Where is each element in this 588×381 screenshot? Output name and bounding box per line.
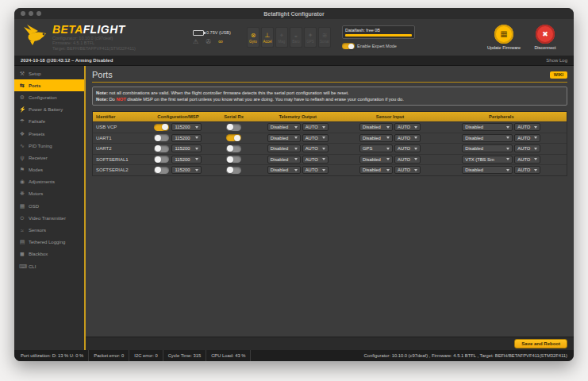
chevron-down-icon	[294, 169, 298, 171]
sensor-input-select[interactable]: Disabled	[359, 134, 393, 142]
msp-baud-select[interactable]: 115200	[171, 134, 202, 142]
serial-rx-toggle[interactable]	[226, 167, 241, 174]
serial-rx-toggle[interactable]	[226, 145, 241, 152]
sidebar-item-video-transmitter[interactable]: ⊙Video Transmitter	[14, 212, 84, 224]
peripherals-select[interactable]: Disabled	[462, 166, 513, 174]
sensor-baro: ◒ Baro	[290, 27, 302, 48]
expert-mode-label: Enable Expert Mode	[357, 44, 397, 48]
serial-rx-toggle[interactable]	[226, 124, 241, 131]
telemetry-baud-select[interactable]: AUTO	[302, 156, 329, 164]
chevron-down-icon	[414, 169, 417, 171]
msp-toggle[interactable]	[154, 156, 169, 163]
telemetry-select[interactable]: Disabled	[267, 123, 301, 131]
peripherals-baud-select[interactable]: AUTO	[514, 134, 540, 142]
sensor-input-select[interactable]: Disabled	[359, 166, 393, 174]
telemetry-select[interactable]: Disabled	[267, 134, 301, 142]
chevron-down-icon	[414, 158, 417, 160]
peripherals-baud-select[interactable]: AUTO	[514, 166, 540, 174]
peripherals-select[interactable]: Disabled	[462, 144, 513, 152]
sensor-baud-select[interactable]: AUTO	[394, 134, 421, 142]
telemetry-select[interactable]: Disabled	[267, 144, 301, 152]
sidebar-item-sensors[interactable]: ≈Sensors	[14, 224, 84, 236]
port-utilization: Port utilization: D: 13 % U: 0 %	[21, 350, 89, 361]
peripherals-select[interactable]: Disabled	[462, 134, 513, 142]
sensor-baud-select[interactable]: AUTO	[394, 144, 421, 152]
chevron-down-icon	[386, 148, 390, 150]
link-icon: ∞	[218, 38, 223, 45]
content-toolbar: Save and Reboot	[86, 337, 574, 350]
titlebar: Betaflight Configurator	[14, 8, 574, 19]
chevron-down-icon	[414, 126, 417, 129]
msp-toggle[interactable]	[154, 167, 169, 174]
cli-icon: ⌨	[19, 264, 25, 270]
telemetry-baud-select[interactable]: AUTO	[302, 166, 329, 174]
telemetry-baud-select[interactable]: AUTO	[302, 134, 329, 142]
sensor-baud-select[interactable]: AUTO	[394, 166, 421, 174]
peripherals-baud-select[interactable]: AUTO	[514, 144, 540, 152]
sidebar-item-cli[interactable]: ⌨CLI	[14, 260, 84, 272]
msp-toggle[interactable]	[154, 124, 169, 131]
sidebar-item-modes[interactable]: ⚑Modes	[14, 164, 84, 176]
sidebar-item-motors[interactable]: ❋Motors	[14, 188, 84, 200]
telemetry-baud-select[interactable]: AUTO	[302, 144, 329, 152]
chevron-down-icon	[294, 148, 298, 150]
sidebar-item-configuration[interactable]: ⚙Configuration	[14, 91, 84, 103]
sensor-baud-select[interactable]: AUTO	[394, 156, 421, 164]
peripherals-baud-select[interactable]: AUTO	[514, 123, 540, 131]
page-title: Ports	[92, 70, 113, 79]
ports-note: Note: not all combinations are valid. Wh…	[92, 87, 567, 106]
sidebar-item-osd[interactable]: ▦OSD	[14, 200, 84, 212]
sidebar-item-tethered-logging[interactable]: ▤Tethered Logging	[14, 237, 84, 248]
msp-baud-select[interactable]: 115200	[171, 156, 202, 164]
peripherals-baud-select[interactable]: AUTO	[514, 156, 540, 164]
expert-mode-toggle[interactable]	[342, 43, 355, 49]
sidebar-item-setup[interactable]: ⚒Setup	[14, 67, 84, 79]
chevron-down-icon	[294, 126, 298, 129]
sidebar-item-presets[interactable]: ❖Presets	[14, 128, 84, 140]
sidebar-item-adjustments[interactable]: ◉Adjustments	[14, 176, 84, 188]
sensor-input-select[interactable]: GPS	[359, 144, 393, 152]
telemetry-select[interactable]: Disabled	[267, 156, 301, 164]
osd-icon: ▦	[19, 203, 25, 210]
msp-baud-select[interactable]: 115200	[171, 144, 202, 152]
sidebar-item-blackbox[interactable]: ◼Blackbox	[14, 248, 84, 260]
sidebar-item-pid-tuning[interactable]: ∿PID Tuning	[14, 140, 84, 152]
sensor-input-select[interactable]: Disabled	[359, 156, 393, 164]
chevron-down-icon	[195, 126, 198, 129]
peripherals-select[interactable]: Disabled	[462, 123, 513, 131]
dataflash-indicator: Dataflash: free 0B	[342, 25, 415, 39]
msp-baud-select[interactable]: 115200	[171, 166, 202, 174]
telemetry-baud-select[interactable]: AUTO	[302, 123, 329, 131]
title-divider	[92, 82, 567, 83]
table-row-uart1: UART1 115200 Disabled AUTO Disabled AUTO	[93, 133, 567, 144]
peripherals-select[interactable]: VTX (TBS Sm	[462, 156, 513, 164]
port-identifier: SOFTSERIAL1	[93, 157, 140, 162]
sidebar: ⚒Setup ⇆Ports ⚙Configuration ⚡Power & Ba…	[14, 66, 84, 350]
dataflash-label: Dataflash: free 0B	[345, 28, 412, 33]
msp-toggle[interactable]	[154, 145, 169, 152]
sidebar-item-power-battery[interactable]: ⚡Power & Battery	[14, 104, 84, 116]
sensor-baud-select[interactable]: AUTO	[394, 123, 421, 131]
msp-baud-select[interactable]: 115200	[171, 123, 202, 131]
sensor-input-select[interactable]: Disabled	[359, 123, 393, 131]
power-icon: ⚡	[19, 106, 25, 113]
serial-rx-toggle[interactable]	[226, 156, 241, 163]
note-line-1: Note: not all combinations are valid. Wh…	[96, 90, 563, 96]
chevron-down-icon	[414, 148, 417, 150]
show-log-button[interactable]: Show Log	[546, 58, 567, 63]
sensor-accel: ⊥ Accel	[261, 27, 274, 48]
save-and-reboot-button[interactable]: Save and Reboot	[514, 339, 567, 348]
chevron-down-icon	[534, 148, 537, 150]
update-firmware-button[interactable]: ▦ Update Firmware	[483, 25, 525, 51]
telemetry-select[interactable]: Disabled	[267, 166, 301, 174]
table-row-softserial1: SOFTSERIAL1 115200 Disabled AUTO Disable…	[93, 154, 567, 165]
chevron-down-icon	[386, 126, 390, 129]
sidebar-item-ports[interactable]: ⇆Ports	[14, 79, 84, 91]
serial-rx-toggle[interactable]	[226, 134, 241, 141]
sidebar-item-failsafe[interactable]: ☂Failsafe	[14, 116, 84, 128]
msp-toggle[interactable]	[154, 134, 169, 141]
wiki-button[interactable]: WIKI	[550, 71, 567, 79]
disconnect-button[interactable]: ✖ Disconnect	[525, 25, 566, 51]
sidebar-item-receiver[interactable]: ψReceiver	[14, 152, 84, 164]
chip-icon: ▦	[500, 29, 507, 38]
